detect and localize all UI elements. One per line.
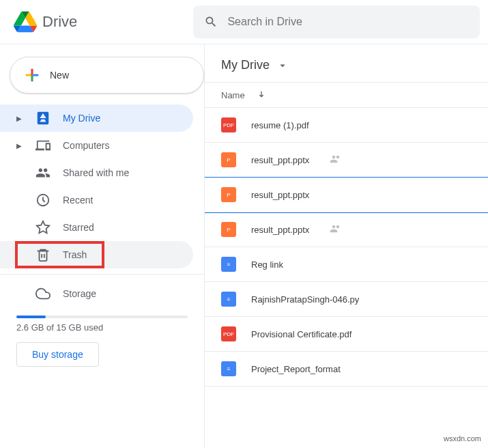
doc-file-icon: ≡: [221, 257, 236, 272]
doc-file-icon: ≡: [221, 361, 236, 376]
logo-text: Drive: [42, 13, 77, 31]
sidebar-item-label: Shared with me: [63, 167, 129, 178]
file-row[interactable]: ≡Project_Report_format: [205, 352, 488, 387]
file-name: Project_Report_format: [251, 364, 341, 374]
shared-icon: [35, 165, 51, 180]
header: Drive: [0, 0, 488, 44]
sort-arrow-down-icon: [256, 89, 267, 100]
file-row[interactable]: ≡Reg link: [205, 247, 488, 282]
ppt-file-icon: P: [221, 152, 236, 167]
sidebar-item-label: Trash: [63, 249, 87, 260]
storage-section: 2.6 GB of 15 GB used Buy storage: [0, 307, 204, 372]
nav-list: ▶ My Drive ▶ Computers Shared with me Re…: [0, 104, 204, 448]
cloud-icon: [35, 286, 51, 301]
shared-indicator-icon: [330, 223, 342, 237]
computers-icon: [35, 138, 51, 153]
sidebar-item-label: My Drive: [63, 113, 100, 124]
file-list: PDFresume (1).pdfPresult_ppt.pptxPresult…: [205, 108, 488, 448]
storage-bar: [16, 316, 188, 318]
sidebar-item-recent[interactable]: Recent: [0, 186, 193, 214]
file-name: Provisional Certificate.pdf: [251, 329, 351, 339]
file-row[interactable]: ≡RajnishPratapSingh-046.py: [205, 282, 488, 317]
file-name: result_ppt.pptx: [251, 155, 309, 165]
divider: [0, 274, 204, 275]
recent-icon: [35, 193, 51, 208]
trash-icon: [35, 247, 51, 262]
plus-icon: [23, 66, 42, 85]
file-name: RajnishPratapSingh-046.py: [251, 294, 359, 305]
search-input[interactable]: [227, 16, 469, 28]
file-name: Reg link: [251, 260, 283, 270]
sidebar: New ▶ My Drive ▶ Computers Shared with m…: [0, 44, 205, 448]
column-header-name: Name: [221, 90, 245, 100]
my-drive-icon: [35, 111, 51, 126]
expand-icon: ▶: [16, 115, 23, 122]
file-name: resume (1).pdf: [251, 120, 309, 130]
sidebar-item-label: Starred: [63, 222, 94, 233]
star-icon: [35, 220, 51, 235]
file-row[interactable]: Presult_ppt.pptx: [205, 178, 488, 212]
sidebar-item-trash[interactable]: Trash: [0, 241, 193, 268]
search-bar[interactable]: [193, 5, 480, 38]
file-name: result_ppt.pptx: [251, 225, 309, 235]
doc-file-icon: ≡: [221, 292, 236, 307]
sidebar-item-computers[interactable]: ▶ Computers: [0, 132, 193, 159]
pdf-file-icon: PDF: [221, 117, 236, 132]
search-icon: [204, 14, 218, 29]
file-row[interactable]: PDFProvisional Certificate.pdf: [205, 317, 488, 352]
logo[interactable]: Drive: [14, 10, 77, 33]
expand-icon: ▶: [16, 142, 23, 150]
list-header[interactable]: Name: [205, 83, 488, 108]
breadcrumb-title: My Drive: [221, 58, 270, 72]
sidebar-item-label: Recent: [63, 195, 93, 206]
ppt-file-icon: P: [221, 222, 236, 237]
chevron-down-icon: [276, 59, 289, 72]
buy-storage-button[interactable]: Buy storage: [16, 342, 99, 367]
ppt-file-icon: P: [221, 187, 236, 202]
file-row[interactable]: Presult_ppt.pptx: [205, 143, 488, 178]
new-button-label: New: [50, 70, 69, 81]
pdf-file-icon: PDF: [221, 326, 236, 341]
storage-usage-text: 2.6 GB of 15 GB used: [16, 322, 188, 333]
file-row[interactable]: PDFresume (1).pdf: [205, 108, 488, 143]
sidebar-item-storage[interactable]: Storage: [0, 280, 193, 307]
shared-indicator-icon: [330, 153, 342, 167]
file-row[interactable]: Presult_ppt.pptx: [205, 212, 488, 247]
sidebar-item-starred[interactable]: Starred: [0, 214, 193, 241]
sidebar-item-label: Storage: [63, 288, 96, 299]
drive-logo-icon: [14, 10, 37, 33]
sidebar-item-my-drive[interactable]: ▶ My Drive: [0, 104, 193, 132]
sidebar-item-shared-with-me[interactable]: Shared with me: [0, 159, 193, 186]
sidebar-item-label: Computers: [63, 140, 109, 151]
breadcrumb[interactable]: My Drive: [205, 44, 488, 83]
main-content: My Drive Name PDFresume (1).pdfPresult_p…: [205, 44, 488, 448]
file-name: result_ppt.pptx: [251, 190, 309, 200]
watermark: wsxdn.com: [441, 433, 484, 444]
new-button[interactable]: New: [10, 57, 204, 94]
